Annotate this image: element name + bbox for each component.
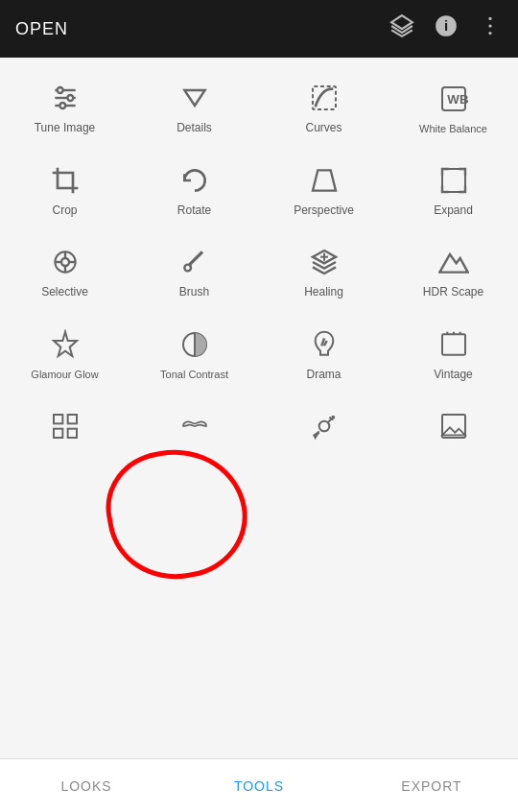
curves-icon (307, 81, 341, 115)
curves-label: Curves (305, 121, 341, 136)
tool-healing[interactable]: Healing (259, 231, 388, 314)
expand-label: Expand (434, 203, 473, 219)
tool-details[interactable]: Details (130, 67, 259, 150)
svg-point-4 (488, 24, 491, 27)
svg-point-9 (57, 87, 62, 93)
tool-guitar[interactable] (259, 395, 388, 463)
svg-line-26 (189, 265, 190, 266)
tool-tonal-contrast[interactable]: Tonal Contrast (130, 314, 259, 396)
svg-point-10 (67, 95, 73, 101)
tab-looks[interactable]: LOOKS (0, 759, 173, 812)
svg-marker-48 (442, 428, 465, 436)
tool-brush[interactable]: Brush (130, 231, 259, 314)
svg-point-11 (59, 103, 65, 108)
hdr-scape-label: HDR Scape (423, 285, 483, 300)
top-bar-actions: i (389, 13, 503, 44)
crop-label: Crop (52, 203, 77, 219)
vintage-label: Vintage (434, 368, 472, 383)
mountain-icon (436, 245, 471, 279)
svg-marker-12 (184, 90, 204, 106)
wb-icon: WB (436, 82, 471, 116)
grid-icon (48, 409, 82, 443)
tool-selective[interactable]: Selective (0, 231, 130, 314)
tonal-contrast-label: Tonal Contrast (160, 368, 228, 381)
selective-icon (48, 245, 82, 279)
svg-rect-17 (442, 169, 465, 192)
tab-tools[interactable]: TOOLS (173, 759, 345, 812)
tools-grid: Tune Image Details Curves (0, 58, 518, 472)
tool-rotate[interactable]: Rotate (130, 150, 259, 232)
tool-tune-image[interactable]: Tune Image (0, 67, 130, 150)
tool-perspective[interactable]: Perspective (259, 150, 388, 232)
svg-text:WB: WB (447, 92, 469, 107)
photoframe-icon (436, 409, 471, 443)
svg-rect-35 (442, 334, 465, 354)
svg-rect-47 (442, 415, 465, 438)
white-balance-label: White Balance (419, 122, 487, 135)
svg-point-19 (61, 258, 69, 266)
crop-icon (48, 163, 82, 198)
brush-label: Brush (179, 285, 209, 300)
vintage-icon (436, 327, 471, 362)
svg-point-5 (488, 32, 491, 35)
glamour-glow-label: Glamour Glow (31, 368, 98, 381)
perspective-icon (307, 163, 341, 198)
svg-rect-40 (67, 415, 76, 423)
svg-text:i: i (444, 17, 448, 34)
tool-curves[interactable]: Curves (259, 67, 388, 150)
bottom-tabs: LOOKS TOOLS EXPORT (0, 758, 518, 812)
svg-point-3 (488, 17, 491, 20)
svg-marker-16 (313, 170, 336, 190)
tool-glamour-glow[interactable]: Glamour Glow (0, 314, 130, 396)
svg-rect-41 (54, 429, 62, 438)
selective-label: Selective (41, 285, 88, 300)
triangle-down-icon (177, 81, 212, 115)
rotate-icon (177, 163, 212, 198)
glamour-icon (48, 327, 82, 362)
healing-label: Healing (304, 285, 343, 300)
svg-line-24 (189, 252, 201, 265)
drama-icon (307, 327, 341, 362)
tool-photoframe[interactable] (388, 395, 518, 463)
tool-vintage[interactable]: Vintage (388, 314, 518, 396)
drama-label: Drama (306, 368, 341, 383)
open-button[interactable]: OPEN (15, 19, 68, 39)
main-content: Tune Image Details Curves (0, 58, 518, 758)
brush-icon (177, 245, 212, 279)
more-icon[interactable] (478, 13, 503, 44)
tool-expand[interactable]: Expand (388, 150, 518, 232)
expand-icon (436, 163, 471, 198)
tool-hdr-scape[interactable]: HDR Scape (388, 231, 518, 314)
tonal-icon (177, 327, 212, 362)
info-icon[interactable]: i (434, 13, 459, 44)
perspective-label: Perspective (294, 203, 354, 219)
svg-marker-30 (54, 332, 77, 356)
layers-icon[interactable] (389, 13, 414, 44)
details-label: Details (177, 121, 212, 136)
tool-white-balance[interactable]: WB White Balance (388, 67, 518, 150)
tool-drama[interactable]: Drama (259, 314, 388, 396)
svg-rect-39 (54, 415, 62, 423)
tool-moustache[interactable] (130, 395, 259, 463)
tool-crop[interactable]: Crop (0, 150, 130, 232)
tool-grid[interactable] (0, 395, 130, 463)
sliders-icon (48, 81, 82, 115)
healing-icon (307, 245, 341, 279)
svg-rect-42 (67, 429, 76, 438)
tab-export[interactable]: EXPORT (345, 759, 518, 812)
moustache-icon (177, 409, 212, 443)
svg-point-43 (318, 421, 329, 432)
svg-line-34 (324, 341, 327, 346)
svg-marker-29 (439, 254, 467, 273)
guitar-icon (307, 409, 341, 443)
tune-image-label: Tune Image (35, 121, 96, 136)
rotate-label: Rotate (177, 203, 211, 219)
top-bar: OPEN i (0, 0, 518, 58)
